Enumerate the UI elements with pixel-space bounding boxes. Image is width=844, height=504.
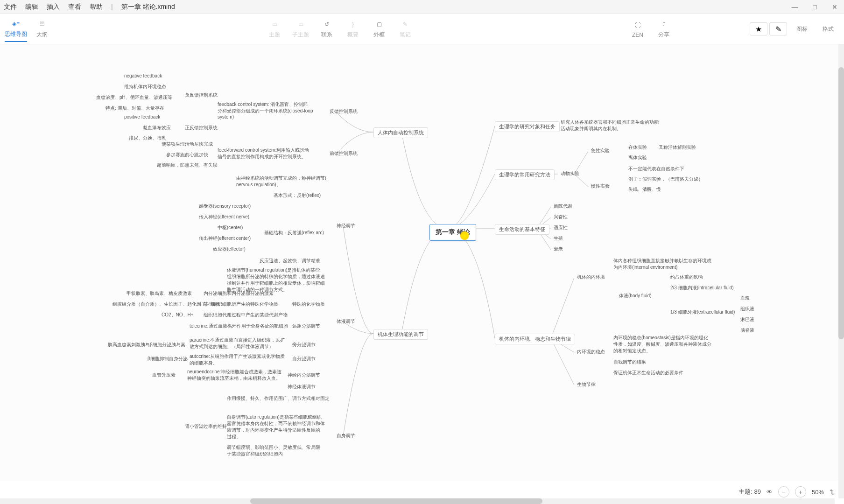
topic-node[interactable]: 组织细胞代谢过程中产生的某些代谢产物 <box>201 311 290 319</box>
topic-node[interactable]: positive feedback <box>121 113 163 120</box>
topic-node[interactable]: 血浆 <box>738 294 753 302</box>
central-topic[interactable]: 第一章 绪论 <box>429 224 476 241</box>
topic-node[interactable]: 感受器(sensory receptor) <box>196 202 253 210</box>
vscroll-thumb[interactable] <box>838 67 844 340</box>
topic-node[interactable]: negative feedback <box>121 72 165 79</box>
topic-node[interactable]: 基本形式：反射(reflex) <box>271 191 324 200</box>
topic-node[interactable]: 例子：假饲实验，（巴甫洛夫分泌） <box>626 175 706 183</box>
hscroll-thumb[interactable] <box>250 498 542 504</box>
topic-node[interactable]: 信号的直接控制作用构成的开环控制系统。 <box>215 153 309 161</box>
topic-node[interactable]: 生殖 <box>551 234 566 243</box>
topic-node[interactable]: 反馈控制系统 <box>327 107 360 116</box>
topic-node[interactable]: 反应迅速、起效快、调节精准 <box>257 257 323 265</box>
topic-node[interactable]: 2/3 细胞内液(intracellular fluid) <box>668 284 737 292</box>
tab-mindmap[interactable]: ◈≡ 思维导图 <box>5 16 27 42</box>
topic-node[interactable]: 的相对恒定状态。 <box>611 347 654 355</box>
topic-node[interactable]: 神经轴突的轴浆流至末梢，由未梢释放入血。 <box>184 374 283 383</box>
topic-node[interactable]: 离体实验 <box>626 154 650 162</box>
topic-node[interactable]: 生命活动的基本特征 <box>495 224 549 235</box>
topic-node[interactable]: 散方式到达的细胞。（局部性体液调节） <box>187 343 276 351</box>
topic-node[interactable]: 组胺组介质（自介质）、生长因子、趋化因子、细胞 <box>110 300 223 308</box>
topic-node[interactable]: β细胞抑制自身分泌 <box>145 355 190 363</box>
topic-node[interactable]: 体液(body fluid) <box>616 292 654 300</box>
topic-node[interactable]: 内分泌细胞和内分泌腺分泌的激素 <box>201 289 276 298</box>
topic-node[interactable]: 前馈控制系统 <box>327 149 360 158</box>
topic-node[interactable]: 在体实验 <box>626 143 650 152</box>
topic-node[interactable]: 特殊的化学物质 <box>289 300 328 308</box>
topic-node[interactable]: 生理学的研究对象和任务 <box>495 121 560 132</box>
topic-node[interactable]: 保证机体正常生命活动的必要条件 <box>611 369 686 377</box>
tool-boundary[interactable]: ▢外框 <box>368 16 390 42</box>
topic-node[interactable]: 效应器(effector) <box>210 245 248 253</box>
topic-node[interactable]: 神经体液调节 <box>285 383 318 391</box>
topic-node[interactable]: 约占体重的60% <box>668 273 706 281</box>
topic-node[interactable]: 血糖浓度、pH、循环血量、渗透压等 <box>93 93 175 102</box>
topic-node[interactable]: 中枢(center) <box>215 224 246 232</box>
topic-node[interactable]: 参加赛跑前心跳加快 <box>163 151 211 159</box>
topic-node[interactable]: 超前响应，防患未然、有失误 <box>154 161 220 169</box>
menu-edit[interactable]: 编辑 <box>25 3 38 11</box>
menu-file[interactable]: 文件 <box>4 3 17 11</box>
brush-button[interactable]: ✎ <box>769 22 787 35</box>
topic-node[interactable]: 动物实验 <box>558 169 582 178</box>
topic-node[interactable]: 机体的内环境 <box>574 273 608 281</box>
topic-node[interactable]: 组织液 <box>738 305 757 313</box>
topic-node[interactable]: 旁分泌调节 <box>289 341 318 349</box>
topic-node[interactable]: nervous regulation)。 <box>233 181 284 189</box>
topic-node[interactable]: 内环境的稳态 <box>574 348 608 356</box>
tool-relation[interactable]: ↺联系 <box>316 16 338 42</box>
topic-node[interactable]: 急性实验 <box>588 147 612 155</box>
tool-share[interactable]: ⤴分享 <box>653 16 675 42</box>
topic-node[interactable]: 不一定能代表在自然条件下 <box>626 165 687 173</box>
zoom-in-button[interactable]: + <box>795 486 806 497</box>
tool-format[interactable]: 格式 <box>817 16 839 42</box>
topic-node[interactable]: 体液调节 <box>334 317 358 326</box>
topic-node[interactable]: 又称活体解剖实验 <box>656 143 699 152</box>
mindmap-canvas[interactable]: 生理学的研究对象和任务研究人体各系统器官和不同细胞正常生命的功能活动现象并阐明其… <box>0 44 844 481</box>
star-button[interactable]: ★ <box>750 22 767 35</box>
topic-node[interactable]: 作用缓慢、持久、作用范围广、调节方式相对固定 <box>224 394 332 403</box>
zoom-out-button[interactable]: − <box>778 486 789 497</box>
tab-outline[interactable]: ☰ 大纲 <box>31 16 53 42</box>
eye-icon[interactable]: 👁 <box>767 489 773 496</box>
topic-node[interactable]: 血管升压素 <box>149 371 178 379</box>
topic-node[interactable]: 衰老 <box>551 245 566 253</box>
topic-node[interactable]: 生物节律 <box>574 380 598 389</box>
topic-node[interactable]: telecrine:通过血液循环作用于全身各处的靶细胞 <box>187 322 291 330</box>
topic-node[interactable]: 活动现象并阐明其内在机制。 <box>558 125 624 133</box>
minimize-button[interactable]: — <box>789 3 801 11</box>
horizontal-scrollbar[interactable] <box>0 498 835 504</box>
topic-node[interactable]: 的细胞本身。 <box>187 359 220 367</box>
menu-insert[interactable]: 插入 <box>47 3 60 11</box>
topic-node[interactable]: 负反馈控制系统 <box>182 91 220 99</box>
topic-node[interactable]: 神经内分泌调节 <box>285 371 323 379</box>
topic-node[interactable]: 神经调节 <box>334 222 358 230</box>
topic-node[interactable]: 自身调节 <box>334 432 358 440</box>
topic-node[interactable]: system) <box>215 113 237 120</box>
topic-node[interactable]: 慢性实验 <box>588 182 612 190</box>
zoom-stepper[interactable]: ⇅ <box>830 489 835 496</box>
topic-node[interactable]: 于某些器官和组织的细胞内 <box>224 450 286 458</box>
topic-node[interactable]: 过程。 <box>224 433 244 441</box>
topic-node[interactable]: 人体内自动控制系统 <box>373 127 428 138</box>
topic-node[interactable]: 特点: 滞后、对偏、大量存在 <box>103 104 167 112</box>
topic-node[interactable]: 失眠、清醒、慢 <box>626 185 664 194</box>
topic-node[interactable]: 胰高血糖素刺激胰岛β细胞分泌胰岛素 <box>105 341 188 349</box>
topic-node[interactable]: 传出神经(efferent center) <box>196 234 253 243</box>
topic-node[interactable]: 传入神经(afferent nerve) <box>196 213 252 221</box>
topic-node[interactable]: 机体的内环境、稳态和生物节律 <box>495 334 575 344</box>
topic-node[interactable]: 适应性 <box>551 224 570 232</box>
topic-node[interactable]: 凝血瀑布效应 <box>140 124 174 132</box>
topic-node[interactable]: 为内环境(internal environment) <box>611 263 680 272</box>
vertical-scrollbar[interactable] <box>838 44 844 498</box>
topic-node[interactable]: 甲状腺素、胰岛素、糖皮质激素 <box>124 289 195 298</box>
topic-node[interactable]: 机体生理功能的调节 <box>373 329 428 340</box>
topic-node[interactable]: CO2、NO、H+ <box>159 311 197 319</box>
topic-node[interactable]: 自我调节的结果 <box>611 358 649 366</box>
tool-icons[interactable]: 图标 <box>791 16 813 42</box>
topic-node[interactable]: 脑脊液 <box>738 326 757 335</box>
topic-node[interactable]: 生理学的常用研究方法 <box>495 169 555 180</box>
topic-node[interactable]: 肾小管滤过率的维持 <box>182 422 230 431</box>
close-button[interactable]: ✕ <box>829 3 840 11</box>
tool-zen[interactable]: ⛶ZEN <box>626 16 649 42</box>
